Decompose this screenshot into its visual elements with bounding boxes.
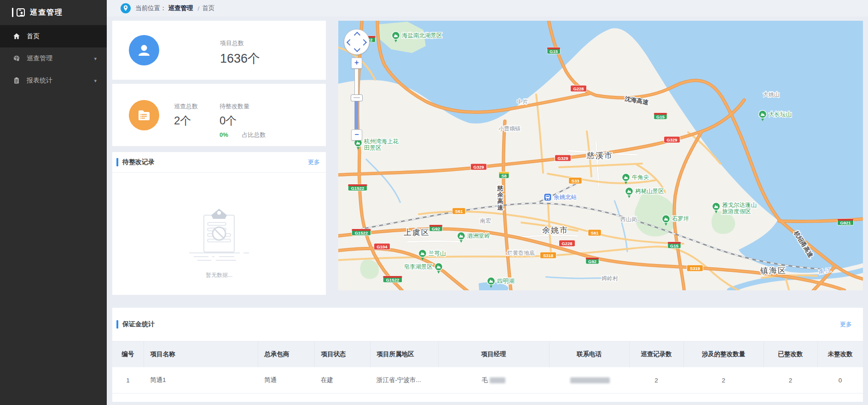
report-icon (13, 77, 20, 84)
cell-id: 1 (112, 367, 144, 393)
pending-percent-label: 占比总数 (242, 131, 266, 138)
projects-total-label: 项目总数 (220, 39, 260, 47)
map-label-G15: G15 (668, 242, 681, 248)
inspection-icon (13, 55, 20, 62)
map-label-G329: G329 (555, 155, 571, 161)
svg-text:大姚山: 大姚山 (763, 91, 780, 98)
svg-text:S61: S61 (591, 230, 599, 235)
column-header: 项目名称 (144, 341, 258, 368)
svg-text:泗洲堂岭: 泗洲堂岭 (467, 233, 490, 239)
main-content: 当前位置： 巡查管理 / 首页 项目总数 1636个 巡查总数 2个 (107, 0, 868, 405)
pending-percent: 0% (220, 131, 228, 138)
sidebar-item-label: 报表统计 (27, 76, 52, 85)
inspections-card: 巡查总数 2个 待整改数量 0个 0% 占比总数 (112, 84, 326, 146)
breadcrumb-prefix: 当前位置： (135, 4, 167, 12)
pan-right-icon[interactable] (360, 39, 367, 46)
pan-up-icon[interactable] (354, 32, 360, 38)
cell-inspections: 2 (629, 367, 683, 393)
map-pan-control[interactable] (344, 29, 370, 55)
svg-text:G92: G92 (432, 226, 440, 231)
map-label-G92: G92 (429, 225, 443, 231)
column-header: 总承包商 (258, 341, 314, 368)
redacted-text (570, 377, 610, 383)
svg-text:烂黄岙地底: 烂黄岙地底 (507, 250, 535, 256)
table-row[interactable]: 1简通1简通在建浙江省-宁波市...毛2220 (112, 367, 863, 393)
svg-text:南宏: 南宏 (480, 217, 491, 224)
svg-text:慈溪市: 慈溪市 (586, 151, 613, 160)
svg-text:G329: G329 (473, 164, 484, 170)
svg-text:慈余高速: 慈余高速 (497, 185, 504, 211)
column-header: 项目经理 (438, 341, 549, 368)
zoom-slider-handle[interactable] (351, 94, 363, 101)
cell-unrectified: 0 (817, 367, 863, 393)
page: 巡查管理 首页 巡查管理 ▾ 报表统计 ▾ (0, 0, 868, 405)
svg-text:S33: S33 (572, 178, 579, 183)
svg-text:G15: G15 (670, 243, 679, 248)
column-header: 项目状态 (314, 341, 370, 368)
map-label-G329: G329 (471, 164, 487, 170)
projects-total-card: 项目总数 1636个 (112, 21, 326, 80)
folder-icon (129, 100, 159, 130)
cell-involved: 2 (683, 367, 764, 393)
svg-text:G104: G104 (376, 244, 388, 249)
map-label-G228: G228 (571, 85, 587, 92)
map-label-G329: G329 (664, 136, 680, 143)
title-bar (116, 158, 118, 166)
column-header: 项目所属地区 (370, 341, 438, 368)
zoom-out-button[interactable]: − (351, 129, 362, 141)
chevron-down-icon: ▾ (94, 78, 97, 84)
map-label-G1522: G1522 (352, 229, 371, 235)
sidebar-item-inspection[interactable]: 巡查管理 ▾ (0, 47, 107, 70)
svg-text:G92: G92 (588, 259, 596, 264)
pan-down-icon[interactable] (354, 46, 360, 52)
title-bar (116, 320, 118, 329)
map-label-S61: S61 (588, 229, 602, 236)
svg-text:G329: G329 (557, 156, 568, 161)
map-label-南宏: 南宏 (480, 217, 491, 224)
svg-text:G1522: G1522 (386, 277, 399, 282)
map-label-余姚北站: 余姚北站 (544, 194, 577, 201)
sidebar-item-home[interactable]: 首页 (0, 25, 107, 47)
empty-state: 暂无数据... (112, 173, 326, 279)
sidebar-nav: 首页 巡查管理 ▾ 报表统计 ▾ (0, 25, 107, 92)
column-header: 未整改数 (817, 341, 863, 368)
pending-count-value: 0个 (220, 113, 249, 128)
chevron-down-icon: ▾ (94, 56, 97, 62)
map-label-S318: S318 (540, 252, 556, 258)
map[interactable]: G15G15G15G92G92G1522G1522G1522G1522G921S… (338, 21, 863, 290)
svg-text:姆岭村: 姆岭村 (602, 275, 618, 282)
svg-text:余姚北站: 余姚北站 (554, 194, 577, 200)
pending-more-link[interactable]: 更多 (308, 158, 320, 166)
zoom-in-button[interactable]: + (351, 58, 362, 69)
cell-status: 在建 (314, 367, 370, 393)
breadcrumb-section[interactable]: 巡查管理 (168, 4, 193, 12)
svg-text:G921: G921 (840, 220, 851, 225)
map-label-烂黄岙地底: 烂黄岙地底 (507, 250, 535, 256)
cell-region: 浙江省-宁波市... (370, 367, 438, 393)
pending-panel-title: 待整改记录 (122, 158, 155, 166)
column-header: 已整改数 (764, 341, 817, 368)
map-label-上虞区: 上虞区 (404, 228, 430, 237)
svg-text:栲栳山景区: 栲栳山景区 (635, 188, 664, 194)
map-label-余姚市: 余姚市 (542, 226, 568, 235)
sidebar-item-report[interactable]: 报表统计 ▾ (0, 70, 107, 92)
map-label-镇海区: 镇海区 (760, 266, 787, 275)
inspections-total-label: 巡查总数 (174, 102, 198, 111)
map-label-中片: 中片 (517, 99, 528, 105)
zoom-slider-fill (355, 100, 358, 129)
deposit-panel-title: 保证金统计 (122, 320, 155, 329)
svg-text:大长坛山: 大长坛山 (769, 111, 792, 117)
deposit-statistics-panel: 保证金统计 更多 编号项目名称总承包商项目状态项目所属地区项目经理联系电话巡查记… (112, 308, 863, 402)
map-label-G15: G15 (654, 113, 667, 119)
svg-text:石罗坪: 石罗坪 (672, 216, 689, 222)
breadcrumb-current: 首页 (202, 4, 214, 12)
projects-total-value: 1636个 (220, 50, 260, 67)
svg-text:G228: G228 (573, 86, 584, 91)
pan-left-icon[interactable] (347, 39, 353, 46)
map-label-S8: S8 (499, 172, 509, 178)
deposit-more-link[interactable]: 更多 (840, 320, 852, 329)
svg-text:牛角尖: 牛角尖 (632, 174, 649, 181)
sidebar: 巡查管理 首页 巡查管理 ▾ 报表统计 ▾ (0, 0, 107, 405)
map-label-大姚山: 大姚山 (763, 91, 780, 98)
map-label-G104: G104 (374, 243, 390, 250)
